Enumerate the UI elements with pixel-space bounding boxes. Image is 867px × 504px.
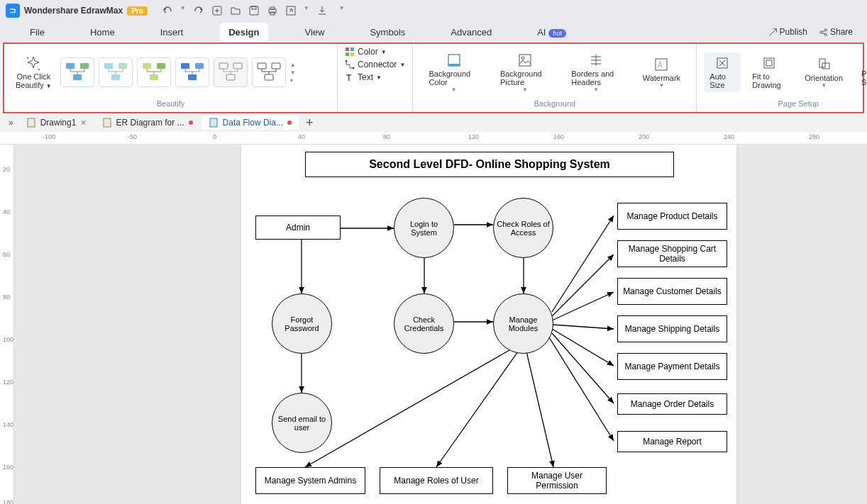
text-icon: T	[345, 72, 355, 82]
title-bar: ⊃ Wondershare EdrawMax Pro ▼ ▼ ▼	[0, 0, 867, 21]
file-icon	[102, 118, 112, 128]
document-tabs-bar: » Drawing1× ER Diagram for ... Data Flow…	[0, 113, 867, 132]
borders-icon	[588, 52, 604, 68]
menu-file[interactable]: File	[21, 23, 53, 42]
menu-design[interactable]: Design	[220, 23, 267, 42]
orientation-button[interactable]: Orientation▼	[797, 57, 850, 89]
node-manage-modules[interactable]: Manage Modules	[493, 293, 553, 354]
menu-insert[interactable]: Insert	[152, 23, 192, 42]
style-thumb-4[interactable]	[175, 57, 209, 87]
app-logo-icon: ⊃	[6, 4, 20, 18]
open-icon[interactable]	[230, 5, 241, 16]
svg-rect-19	[157, 63, 165, 69]
tab-er-diagram[interactable]: ER Diagram for ...	[95, 116, 200, 130]
style-thumb-1[interactable]	[60, 57, 94, 87]
node-manage-payment[interactable]: Manage Payment Details	[617, 353, 727, 380]
quick-access-toolbar: ▼ ▼ ▼	[162, 5, 345, 16]
node-check-credentials[interactable]: Check Credentials	[394, 293, 454, 354]
text-button[interactable]: TText▼	[345, 72, 405, 82]
tab-data-flow[interactable]: Data Flow Dia...	[201, 116, 299, 130]
svg-text:A: A	[658, 61, 663, 69]
connector-button[interactable]: Connector▼	[345, 60, 405, 69]
share-button[interactable]: Share	[819, 27, 853, 37]
watermark-button[interactable]: AWatermark▼	[636, 57, 687, 89]
canvas[interactable]: Second Level DFD- Online Shopping System	[14, 145, 867, 504]
node-manage-order[interactable]: Manage Order Details	[617, 393, 727, 415]
style-gallery-arrows[interactable]: ▲▼▾	[290, 62, 296, 84]
autosize-icon	[714, 55, 730, 71]
beautify-group-label: Beautify	[11, 98, 330, 109]
undo-icon[interactable]	[162, 5, 173, 16]
style-thumb-6[interactable]	[252, 57, 286, 87]
svg-rect-30	[346, 47, 349, 51]
style-thumb-2[interactable]	[99, 57, 133, 87]
svg-rect-29	[265, 74, 273, 80]
fit-to-drawing-button[interactable]: Fit to Drawing	[745, 55, 793, 89]
add-tab-button[interactable]: +	[300, 116, 319, 130]
bg-color-icon	[446, 52, 462, 68]
menu-home[interactable]: Home	[82, 23, 123, 42]
node-manage-cart[interactable]: Manage Shopping Cart Details	[617, 240, 727, 267]
svg-point-34	[346, 60, 348, 62]
svg-line-69	[526, 352, 553, 467]
one-click-beautify-button[interactable]: One Click Beautify ▼	[11, 55, 56, 89]
new-icon[interactable]	[211, 5, 223, 16]
background-picture-button[interactable]: Background Picture▼	[493, 52, 557, 93]
import-icon[interactable]	[316, 5, 328, 16]
svg-point-10	[27, 57, 28, 59]
page-setup-group-label: Page Setup	[704, 98, 867, 109]
node-check-roles[interactable]: Check Roles of Access	[493, 198, 553, 258]
auto-size-button[interactable]: Auto Size	[704, 52, 741, 92]
file-icon	[209, 118, 219, 128]
menu-ai[interactable]: AIhot	[529, 23, 575, 42]
undo-dropdown-icon[interactable]: ▼	[180, 5, 186, 16]
tabs-expand-icon[interactable]: »	[4, 118, 18, 128]
node-manage-customer[interactable]: Manage Customer Details	[617, 278, 727, 305]
more-dropdown-icon[interactable]: ▼	[339, 5, 345, 16]
menu-advanced[interactable]: Advanced	[442, 23, 500, 42]
svg-rect-15	[104, 63, 113, 69]
svg-rect-17	[111, 74, 120, 80]
bg-picture-icon	[517, 52, 533, 68]
node-manage-admins[interactable]: Manage System Admins	[255, 467, 365, 494]
publish-button[interactable]: Publish	[768, 27, 807, 37]
tab-drawing1[interactable]: Drawing1×	[19, 115, 94, 130]
menu-symbols[interactable]: Symbols	[361, 23, 414, 42]
svg-rect-50	[28, 118, 35, 127]
node-forgot-password[interactable]: Forgot Password	[272, 293, 332, 354]
node-manage-product[interactable]: Manage Product Details	[617, 203, 727, 230]
orientation-icon	[816, 57, 832, 72]
page[interactable]: Second Level DFD- Online Shopping System	[241, 145, 736, 504]
svg-rect-39	[519, 55, 531, 66]
node-manage-shipping[interactable]: Manage Shipping Details	[617, 315, 727, 342]
ruler-vertical: 20 40 60 80 100 120 140 160 180	[0, 145, 14, 504]
watermark-icon: A	[653, 57, 669, 72]
save-icon[interactable]	[248, 5, 260, 16]
diagram-title[interactable]: Second Level DFD- Online Shopping System	[305, 152, 674, 177]
page-size-button[interactable]: A4Page Size▼	[854, 52, 867, 93]
node-manage-permission[interactable]: Manage User Permission	[507, 467, 607, 494]
node-send-email[interactable]: Send email to user	[272, 393, 332, 453]
svg-rect-16	[118, 63, 127, 69]
redo-icon[interactable]	[193, 5, 204, 16]
svg-rect-47	[822, 63, 829, 69]
close-icon[interactable]: ×	[80, 117, 86, 128]
export-icon[interactable]	[285, 5, 297, 16]
svg-line-61	[552, 254, 614, 316]
svg-point-40	[521, 57, 524, 60]
node-manage-roles-user[interactable]: Manage Roles of User	[380, 467, 493, 494]
print-icon[interactable]	[267, 5, 278, 16]
style-thumb-5[interactable]	[214, 57, 248, 87]
background-color-button[interactable]: Background Color▼	[422, 52, 486, 93]
export-dropdown-icon[interactable]: ▼	[304, 5, 309, 16]
node-login[interactable]: Login to System	[394, 198, 454, 258]
color-button[interactable]: Color▼	[345, 47, 405, 57]
node-manage-report[interactable]: Manage Report	[617, 431, 727, 452]
style-thumb-3[interactable]	[137, 57, 171, 87]
borders-headers-button[interactable]: Borders and Headers▼	[564, 52, 628, 93]
svg-line-67	[305, 350, 509, 467]
menu-view[interactable]: View	[297, 23, 333, 42]
node-admin[interactable]: Admin	[255, 215, 341, 240]
unsaved-dot-icon	[287, 121, 292, 125]
svg-rect-21	[181, 63, 189, 69]
